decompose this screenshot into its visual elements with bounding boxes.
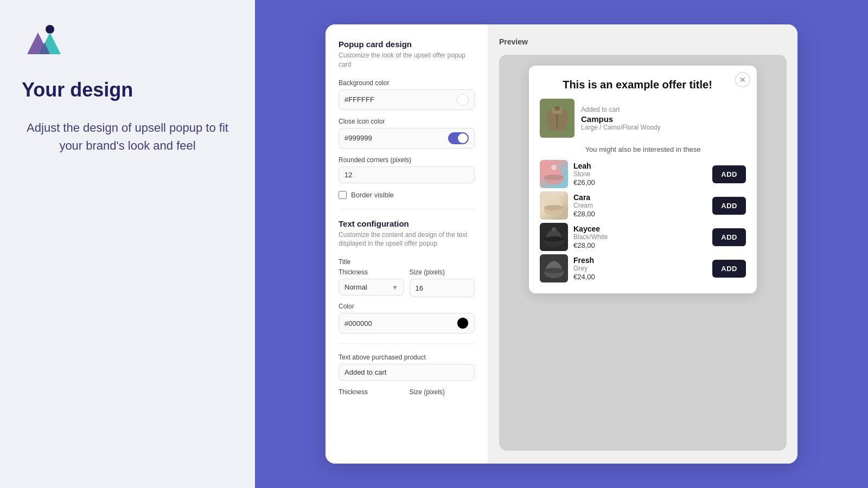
rounded-corners-row [339, 166, 475, 183]
kaycee-variant: Black/White [573, 233, 707, 241]
svg-point-14 [552, 227, 556, 232]
preview-area: ✕ This is an example offer title! [499, 55, 787, 451]
cara-info: Cara Cream €28,00 [573, 193, 707, 218]
bg-color-row [339, 89, 475, 110]
size-input-wrap [410, 279, 475, 297]
close-icon: ✕ [739, 75, 746, 84]
svg-point-0 [46, 25, 54, 34]
logo [22, 22, 233, 78]
text-above-size-field: Size (pixels) [410, 388, 475, 399]
kaycee-thumb [540, 223, 568, 251]
config-panel: Popup card design Customize the look of … [326, 24, 488, 464]
leah-price: €26,00 [573, 178, 707, 187]
product-item-cara: Cara Cream €28,00 ADD [540, 191, 746, 220]
product-list: Leah Stone €26,00 ADD [540, 160, 746, 282]
text-above-settings-group: Thickness Size (pixels) [339, 388, 475, 399]
text-above-input-row [339, 364, 475, 381]
leah-variant: Stone [573, 170, 707, 178]
thickness-field: Thickness Normal Bold Light ▼ [339, 268, 404, 297]
campus-thumb [540, 99, 575, 138]
leah-name: Leah [573, 162, 707, 170]
svg-point-13 [544, 236, 564, 242]
interested-label: You might also be interested in these [540, 145, 746, 153]
thickness-select[interactable]: Normal Bold Light [344, 283, 392, 291]
thickness-select-wrap[interactable]: Normal Bold Light ▼ [339, 279, 404, 296]
popup-card-section-title: Popup card design [339, 40, 475, 49]
bg-color-swatch[interactable] [457, 94, 469, 106]
left-description: Adjust the design of upsell popup to fit… [22, 119, 233, 155]
close-icon-color-toggle[interactable] [448, 132, 469, 144]
rounded-corners-input[interactable] [344, 171, 469, 179]
close-icon-color-input[interactable] [344, 134, 448, 142]
svg-point-11 [544, 205, 564, 210]
divider-1 [339, 209, 475, 209]
preview-panel: Preview ✕ This is an example offer title… [488, 24, 797, 464]
kaycee-add-button[interactable]: ADD [712, 228, 746, 246]
cara-thumb [540, 191, 568, 220]
border-visible-row: Border visible [339, 191, 475, 199]
border-visible-label: Border visible [351, 191, 394, 199]
fresh-add-button[interactable]: ADD [712, 260, 746, 278]
text-above-size-label: Size (pixels) [410, 388, 475, 396]
close-icon-color-label: Close icon color [339, 118, 475, 125]
title-color-swatch[interactable] [457, 317, 469, 329]
popup-title: This is an example offer title! [540, 79, 746, 91]
campus-variant: Large / Camo/Floral Woody [581, 124, 746, 131]
svg-rect-5 [546, 112, 551, 124]
size-input[interactable] [416, 284, 469, 292]
text-above-thickness-field: Thickness [339, 388, 404, 399]
popup-card-section-desc: Customize the look of the upsell offer p… [339, 51, 475, 69]
bg-color-input[interactable] [344, 95, 457, 104]
text-config-section-desc: Customize the content and design of the … [339, 230, 475, 249]
cara-variant: Cream [573, 202, 707, 209]
text-above-label: Text above purchased product [339, 354, 475, 361]
text-above-input[interactable] [344, 368, 469, 376]
popup-card: ✕ This is an example offer title! [529, 66, 757, 293]
svg-point-8 [544, 175, 564, 180]
title-color-row [339, 313, 475, 333]
divider-2 [339, 343, 475, 344]
thickness-label: Thickness [339, 268, 404, 276]
fresh-thumb [540, 254, 568, 282]
popup-close-button[interactable]: ✕ [735, 72, 750, 87]
text-above-thickness-label: Thickness [339, 388, 404, 396]
kaycee-info: Kaycee Black/White €28,00 [573, 224, 707, 249]
leah-add-button[interactable]: ADD [712, 165, 746, 183]
preview-label: Preview [499, 37, 787, 46]
bg-color-label: Background color [339, 79, 475, 87]
cara-name: Cara [573, 193, 707, 202]
added-to-cart-row: Added to cart Campus Large / Camo/Floral… [540, 99, 746, 138]
right-panel: Popup card design Customize the look of … [255, 0, 868, 488]
cara-add-button[interactable]: ADD [712, 197, 746, 215]
thickness-chevron-icon: ▼ [392, 284, 398, 291]
title-field-label: Title [339, 258, 475, 266]
title-color-label: Color [339, 303, 475, 310]
size-label: Size (pixels) [410, 268, 475, 276]
leah-thumb [540, 160, 568, 188]
title-field-group: Thickness Normal Bold Light ▼ Size (pixe… [339, 268, 475, 297]
cara-price: €28,00 [573, 210, 707, 218]
kaycee-price: €28,00 [573, 241, 707, 249]
fresh-price: €24,00 [573, 273, 707, 281]
campus-name: Campus [581, 114, 746, 124]
title-color-input[interactable] [344, 319, 457, 328]
border-visible-checkbox[interactable] [339, 191, 347, 199]
fresh-name: Fresh [573, 256, 707, 265]
svg-rect-3 [554, 106, 560, 111]
leah-info: Leah Stone €26,00 [573, 162, 707, 187]
main-card: Popup card design Customize the look of … [326, 24, 797, 464]
product-item-leah: Leah Stone €26,00 ADD [540, 160, 746, 188]
svg-point-9 [551, 165, 557, 170]
added-to-cart-label: Added to cart [581, 106, 746, 113]
svg-rect-6 [564, 112, 568, 124]
svg-point-16 [544, 268, 564, 273]
product-item-fresh: Fresh Grey €24,00 ADD [540, 254, 746, 282]
campus-info: Added to cart Campus Large / Camo/Floral… [581, 106, 746, 131]
text-config-section-title: Text configuration [339, 219, 475, 228]
rounded-corners-label: Rounded corners (pixels) [339, 156, 475, 164]
kaycee-name: Kaycee [573, 224, 707, 233]
fresh-info: Fresh Grey €24,00 [573, 256, 707, 281]
left-panel: Your design Adjust the design of upsell … [0, 0, 255, 488]
left-title: Your design [22, 78, 233, 101]
fresh-variant: Grey [573, 265, 707, 272]
